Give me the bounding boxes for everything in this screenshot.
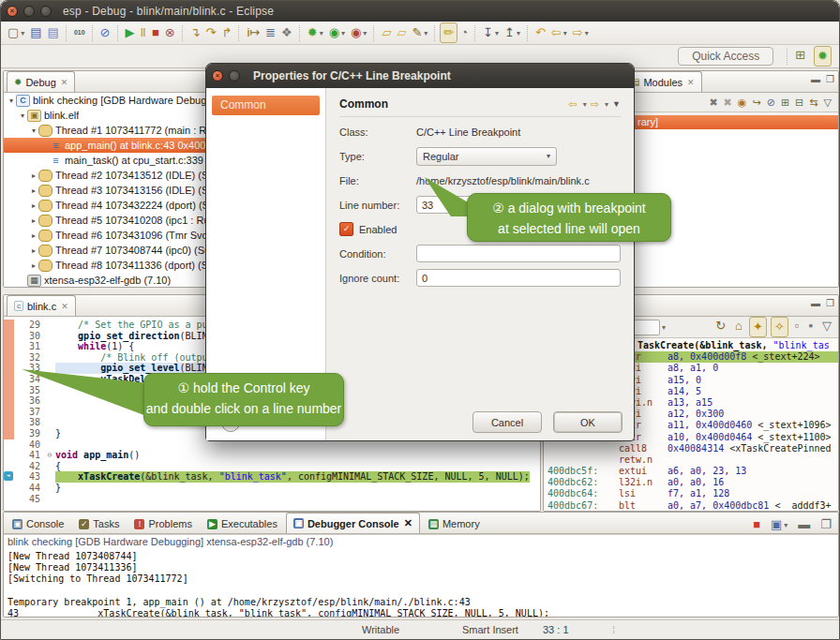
tab-debug[interactable]: ✹ Debug ✕: [7, 71, 75, 92]
window-close-icon[interactable]: ✕: [7, 6, 18, 17]
editor-line[interactable]: ➜43 xTaskCreate(&blink_task, "blink_task…: [4, 471, 540, 483]
view-menu-icon[interactable]: ▼: [612, 99, 621, 109]
forward-icon[interactable]: ⇨: [591, 98, 599, 111]
load-all-symbols-icon[interactable]: ↪: [749, 93, 763, 112]
terminate-console-icon[interactable]: ■: [750, 515, 763, 534]
save-all-icon[interactable]: ▤: [45, 23, 62, 42]
tree-expand-icon[interactable]: ▸: [29, 231, 38, 240]
minimize-icon[interactable]: ▬: [795, 515, 813, 534]
sidebar-item-common[interactable]: Common: [212, 96, 320, 115]
tree-expand-icon[interactable]: ▾: [7, 97, 16, 105]
skip-breakpoints-icon[interactable]: ⊘: [98, 23, 113, 42]
condition-input[interactable]: [416, 245, 621, 262]
forward-menu-icon[interactable]: ▾: [605, 100, 608, 109]
line-number[interactable]: 36: [14, 395, 44, 407]
tab-debugger-console[interactable]: ▣Debugger Console✕: [286, 513, 420, 533]
last-edit-location-icon[interactable]: ↶: [532, 23, 548, 42]
editor-line[interactable]: 42{: [4, 461, 540, 472]
maximize-icon[interactable]: ❐: [826, 74, 834, 84]
externalize-strings-icon[interactable]: ◔: [458, 23, 471, 42]
window-minimize-icon[interactable]: [23, 6, 35, 17]
tree-expand-icon[interactable]: ▸: [29, 171, 38, 180]
terminate-icon[interactable]: ■: [149, 23, 162, 42]
view-menu-icon[interactable]: ▽: [821, 93, 834, 112]
back-icon[interactable]: ⇦: [569, 98, 578, 111]
cancel-button[interactable]: Cancel: [472, 411, 542, 433]
line-number[interactable]: 30: [14, 331, 44, 342]
debug-tree-row[interactable]: ▸Thread #5 1073410208 (ipc1 : Running): [4, 213, 208, 228]
close-icon[interactable]: ✕: [61, 78, 68, 87]
suspend-icon[interactable]: Ⅱ: [138, 23, 149, 42]
previous-annotation-icon[interactable]: ↥▾: [502, 23, 523, 42]
line-number[interactable]: 32: [14, 352, 44, 364]
debug-tree-row[interactable]: ≡app_main() at blink.c:43 0x400dbc57: [4, 138, 208, 153]
debug-tree-row[interactable]: ▦xtensa-esp32-elf-gdb (7.10): [4, 273, 208, 288]
line-number[interactable]: 35: [14, 385, 44, 396]
dropdown-arrow-icon[interactable]: ▾: [662, 323, 666, 332]
close-icon[interactable]: ✕: [687, 78, 695, 87]
instruction-stepping-icon[interactable]: i↦: [244, 23, 262, 42]
ignore-count-input[interactable]: 0: [416, 269, 621, 287]
tab-memory[interactable]: ▦Memory: [422, 514, 487, 533]
line-number[interactable]: 38: [14, 417, 44, 428]
line-number[interactable]: 45: [14, 494, 44, 505]
tree-expand-icon[interactable]: ▾: [18, 112, 27, 120]
line-number[interactable]: 31: [14, 341, 44, 352]
step-return-icon[interactable]: ↱: [218, 23, 234, 42]
remove-module-icon[interactable]: ✖: [706, 93, 720, 112]
dialog-close-icon[interactable]: ✕: [212, 70, 223, 82]
line-number[interactable]: 44: [14, 483, 44, 494]
edit-icon[interactable]: ✎▾: [409, 23, 430, 42]
back-menu-icon[interactable]: ▾: [583, 100, 587, 109]
editor-line[interactable]: 41⊖void app_main(): [4, 450, 540, 461]
debug-tree-row[interactable]: ▾Thread #1 1073411772 (main : Running): [4, 123, 208, 138]
remove-all-modules-icon[interactable]: ✖: [721, 93, 735, 112]
show-source-icon[interactable]: ✦: [749, 317, 767, 337]
refresh-icon[interactable]: ↻: [712, 317, 728, 335]
tab-console[interactable]: ▣Console: [6, 514, 70, 533]
forward-icon[interactable]: ⇨▾: [570, 23, 592, 42]
window-maximize-icon[interactable]: [40, 6, 52, 17]
tab-modules[interactable]: ▤ Modules ✕: [623, 71, 702, 92]
step-into-icon[interactable]: ↴: [188, 23, 203, 42]
debug-tree-row[interactable]: ▾Cblink checking [GDB Hardware Debugging…: [4, 93, 208, 108]
line-number[interactable]: 40: [14, 439, 44, 451]
open-perspective-icon[interactable]: ⊞: [792, 46, 808, 65]
fold-marker-icon[interactable]: ⊖: [44, 450, 55, 461]
tab-blink-c[interactable]: c blink.c ✕: [7, 295, 76, 316]
tree-expand-icon[interactable]: ▸: [29, 261, 38, 270]
close-icon[interactable]: ✕: [404, 517, 412, 529]
debug-tree-row[interactable]: ▸Thread #3 1073413156 (IDLE) (Suspended): [4, 183, 208, 198]
tree-expand-icon[interactable]: ▸: [29, 201, 38, 210]
editor-line[interactable]: 44}: [4, 483, 540, 494]
line-number[interactable]: 37: [14, 407, 44, 418]
maximize-icon[interactable]: ❐: [818, 515, 834, 534]
line-number[interactable]: 39: [14, 428, 44, 439]
show-threads-icon[interactable]: ≣: [262, 23, 278, 42]
quick-access-button[interactable]: Quick Access: [678, 47, 773, 66]
open-new-view-icon[interactable]: ▫: [792, 317, 802, 335]
back-icon[interactable]: ⇦▾: [548, 23, 570, 42]
tree-expand-icon[interactable]: ▸: [29, 246, 38, 255]
debug-tree-row[interactable]: ▸Thread #2 1073413512 (IDLE) (Suspended): [4, 168, 208, 183]
save-icon[interactable]: ▤: [27, 23, 44, 42]
debug-perspective-icon[interactable]: ✹: [814, 46, 832, 67]
collapse-all-icon[interactable]: ⊟: [792, 93, 806, 112]
enabled-checkbox[interactable]: ✓: [339, 222, 353, 236]
display-selected-console-icon[interactable]: ▣▾: [768, 515, 790, 534]
debug-tree-row[interactable]: ▾▣blink.elf: [4, 108, 208, 123]
view-menu-icon[interactable]: ▽: [819, 317, 834, 335]
run-icon[interactable]: ◉▾: [326, 23, 348, 42]
new-wizard-icon[interactable]: ▢▾: [5, 23, 27, 42]
deselect-icon[interactable]: ⊘: [764, 93, 778, 112]
debug-tree-row[interactable]: ▸Thread #7 1073408744 (ipc0) (Suspended): [4, 243, 208, 258]
line-number[interactable]: 43: [14, 471, 44, 483]
breakpoints-icon[interactable]: ❖: [278, 23, 295, 42]
binary-icon[interactable]: 010: [71, 23, 88, 42]
maximize-icon[interactable]: ❐: [826, 298, 834, 308]
debug-tree-row[interactable]: ▸Thread #8 1073411336 (dport) (Suspended…: [4, 258, 208, 273]
tree-expand-icon[interactable]: ▸: [29, 186, 38, 195]
mark-occurrences-icon[interactable]: ✏: [440, 22, 458, 43]
line-number[interactable]: 41: [14, 450, 44, 461]
dialog-minimize-icon[interactable]: [229, 70, 240, 82]
